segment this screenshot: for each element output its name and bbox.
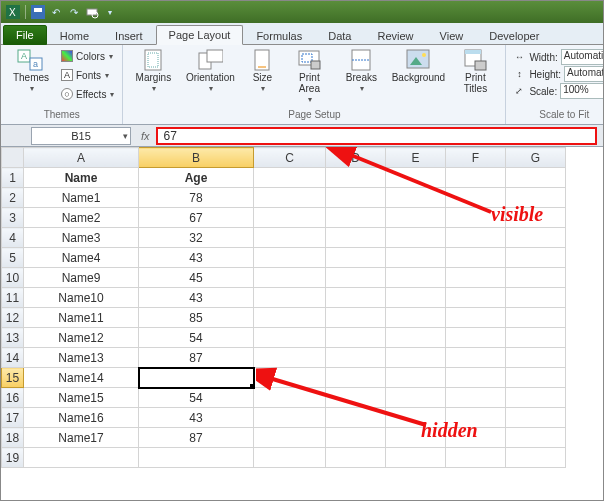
cell[interactable] (139, 448, 254, 468)
column-header[interactable]: E (386, 148, 446, 168)
cell[interactable] (506, 368, 566, 388)
cell[interactable] (446, 328, 506, 348)
cell[interactable] (506, 228, 566, 248)
cell[interactable] (326, 288, 386, 308)
cell[interactable]: Name10 (24, 288, 139, 308)
cell[interactable] (254, 408, 326, 428)
cell[interactable] (446, 368, 506, 388)
cell[interactable] (254, 188, 326, 208)
cell[interactable] (254, 428, 326, 448)
cell[interactable]: Name (24, 168, 139, 188)
cell[interactable] (446, 288, 506, 308)
scale-spinner[interactable]: 100% (560, 83, 604, 99)
formula-input[interactable]: 67 (156, 127, 597, 145)
cell[interactable] (506, 428, 566, 448)
cell[interactable] (506, 288, 566, 308)
cell[interactable]: 43 (139, 288, 254, 308)
tab-home[interactable]: Home (47, 26, 102, 45)
cell[interactable] (506, 408, 566, 428)
cell[interactable] (386, 228, 446, 248)
cell[interactable]: 67 (139, 208, 254, 228)
cell[interactable]: 85 (139, 308, 254, 328)
tab-view[interactable]: View (427, 26, 477, 45)
tab-data[interactable]: Data (315, 26, 364, 45)
cell[interactable] (446, 188, 506, 208)
tab-review[interactable]: Review (364, 26, 426, 45)
cell[interactable]: 87 (139, 348, 254, 368)
spreadsheet-grid[interactable]: ABCDEFG1NameAge2Name1783Name2674Name3325… (1, 147, 603, 468)
cell[interactable] (506, 188, 566, 208)
cell[interactable] (506, 208, 566, 228)
cell[interactable] (446, 208, 506, 228)
row-header[interactable]: 14 (2, 348, 24, 368)
cell[interactable]: Name14 (24, 368, 139, 388)
cell[interactable] (254, 308, 326, 328)
colors-button[interactable]: Colors▾ (59, 47, 116, 65)
cell[interactable] (446, 248, 506, 268)
cell[interactable] (326, 248, 386, 268)
cell[interactable] (386, 328, 446, 348)
row-header[interactable]: 3 (2, 208, 24, 228)
column-header[interactable]: C (254, 148, 326, 168)
row-header[interactable]: 16 (2, 388, 24, 408)
cell[interactable]: Name11 (24, 308, 139, 328)
row-header[interactable]: 10 (2, 268, 24, 288)
height-select[interactable]: Automatic (564, 66, 604, 82)
tab-page-layout[interactable]: Page Layout (156, 25, 244, 45)
cell[interactable]: Name3 (24, 228, 139, 248)
cell[interactable] (326, 388, 386, 408)
tab-insert[interactable]: Insert (102, 26, 156, 45)
row-header[interactable]: 13 (2, 328, 24, 348)
cell[interactable]: Name15 (24, 388, 139, 408)
cell[interactable]: 43 (139, 248, 254, 268)
column-header[interactable]: A (24, 148, 139, 168)
size-button[interactable]: Size▾ (243, 47, 281, 93)
cell[interactable] (386, 308, 446, 328)
cell[interactable] (446, 308, 506, 328)
fonts-button[interactable]: AFonts▾ (59, 66, 116, 84)
cell[interactable] (386, 288, 446, 308)
row-header[interactable]: 15 (2, 368, 24, 388)
row-header[interactable]: 2 (2, 188, 24, 208)
cell[interactable] (506, 268, 566, 288)
margins-button[interactable]: Margins▾ (129, 47, 177, 93)
column-header[interactable]: D (326, 148, 386, 168)
cell[interactable] (254, 448, 326, 468)
cell[interactable] (446, 408, 506, 428)
fx-button[interactable]: fx (141, 130, 150, 142)
row-header[interactable]: 12 (2, 308, 24, 328)
cell[interactable]: Name2 (24, 208, 139, 228)
orientation-button[interactable]: Orientation▾ (181, 47, 239, 93)
redo-icon[interactable]: ↷ (66, 4, 82, 20)
row-header[interactable]: 18 (2, 428, 24, 448)
cell[interactable] (386, 168, 446, 188)
cell[interactable] (24, 448, 139, 468)
row-header[interactable]: 1 (2, 168, 24, 188)
cell[interactable] (326, 208, 386, 228)
cell[interactable] (506, 348, 566, 368)
effects-button[interactable]: ○Effects▾ (59, 85, 116, 103)
column-header[interactable]: G (506, 148, 566, 168)
cell[interactable] (386, 388, 446, 408)
cell[interactable] (326, 348, 386, 368)
cell[interactable] (446, 428, 506, 448)
breaks-button[interactable]: Breaks▾ (337, 47, 385, 93)
undo-icon[interactable]: ↶ (48, 4, 64, 20)
themes-button[interactable]: Aa Themes ▾ (7, 47, 55, 93)
cell[interactable] (254, 388, 326, 408)
cell[interactable] (326, 308, 386, 328)
print-preview-icon[interactable] (84, 4, 100, 20)
cell[interactable]: 87 (139, 428, 254, 448)
cell[interactable] (446, 348, 506, 368)
cell[interactable] (254, 168, 326, 188)
cell[interactable] (326, 168, 386, 188)
column-header[interactable]: F (446, 148, 506, 168)
cell[interactable] (386, 428, 446, 448)
width-select[interactable]: Automatic (561, 49, 604, 65)
name-box[interactable]: B15▾ (31, 127, 131, 145)
select-all-corner[interactable] (2, 148, 24, 168)
cell[interactable]: 78 (139, 188, 254, 208)
cell[interactable] (326, 448, 386, 468)
print-titles-button[interactable]: Print Titles (451, 47, 499, 94)
cell[interactable] (506, 308, 566, 328)
